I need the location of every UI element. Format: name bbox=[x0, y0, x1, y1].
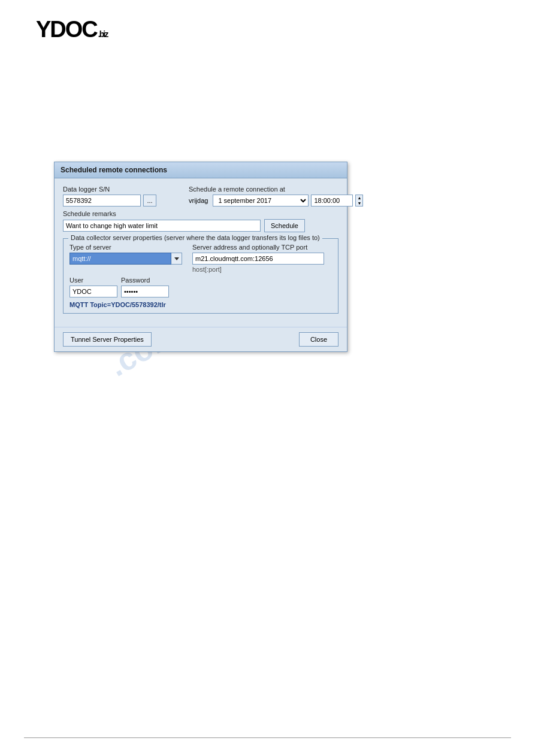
dialog-titlebar: Scheduled remote connections bbox=[55, 162, 347, 178]
scheduled-remote-connections-dialog: Scheduled remote connections Data logger… bbox=[54, 162, 347, 352]
spinner-up-button[interactable]: ▲ bbox=[356, 195, 362, 201]
schedule-section: Schedule a remote connection at vrijdag … bbox=[189, 186, 363, 207]
spinner-down-button[interactable]: ▼ bbox=[356, 201, 362, 206]
addr-label: Server address and optionally TCP port bbox=[192, 244, 332, 251]
top-section: Data logger S/N ... Schedule a remote co… bbox=[63, 186, 338, 207]
server-cols: Type of server Server address and option… bbox=[69, 244, 332, 273]
type-input[interactable] bbox=[69, 253, 171, 265]
server-addr-input[interactable] bbox=[192, 253, 324, 265]
dialog-body: Data logger S/N ... Schedule a remote co… bbox=[55, 178, 347, 327]
server-addr-section: Server address and optionally TCP port h… bbox=[192, 244, 332, 273]
user-input[interactable] bbox=[69, 286, 117, 297]
remarks-section: Schedule remarks Schedule bbox=[63, 210, 338, 232]
dialog-footer: Tunnel Server Properties Close bbox=[55, 327, 347, 351]
user-field-group: User bbox=[69, 277, 117, 297]
schedule-at-label: Schedule a remote connection at bbox=[189, 186, 363, 193]
schedule-button[interactable]: Schedule bbox=[264, 219, 305, 232]
pass-input[interactable] bbox=[121, 286, 169, 297]
time-input[interactable] bbox=[311, 195, 353, 207]
close-button[interactable]: Close bbox=[299, 332, 338, 347]
sn-section: Data logger S/N ... bbox=[63, 186, 183, 207]
dialog-wrapper: Scheduled remote connections Data logger… bbox=[54, 162, 347, 352]
day-value: vrijdag bbox=[189, 197, 208, 204]
user-label: User bbox=[69, 277, 117, 284]
remarks-input[interactable] bbox=[63, 220, 261, 232]
schedule-row: vrijdag 1 september 2017 ▲ ▼ bbox=[189, 195, 363, 207]
dropdown-arrow-icon bbox=[174, 257, 179, 260]
type-dropdown-button[interactable] bbox=[171, 253, 182, 265]
type-select-container bbox=[69, 253, 186, 265]
addr-hint: host[:port] bbox=[192, 266, 332, 273]
remarks-input-row: Schedule bbox=[63, 219, 338, 232]
logo: YDOC.biz bbox=[36, 18, 107, 41]
server-properties-group: Data collector server properties (server… bbox=[63, 238, 338, 314]
dialog-title: Scheduled remote connections bbox=[61, 166, 167, 174]
logo-letters: YDOC bbox=[36, 18, 97, 41]
browse-button[interactable]: ... bbox=[143, 195, 156, 207]
pass-field-group: Password bbox=[121, 277, 169, 297]
group-title: Data collector server properties (server… bbox=[68, 234, 322, 241]
bottom-divider bbox=[24, 737, 511, 738]
sn-label: Data logger S/N bbox=[63, 186, 183, 193]
server-type-section: Type of server bbox=[69, 244, 186, 273]
mqtt-topic: MQTT Topic=YDOC/5578392/tlr bbox=[69, 301, 332, 308]
type-label: Type of server bbox=[69, 244, 186, 251]
pass-label: Password bbox=[121, 277, 169, 284]
logo-biz: .biz bbox=[98, 30, 107, 38]
date-select[interactable]: 1 september 2017 bbox=[213, 195, 309, 207]
sn-input[interactable] bbox=[63, 195, 141, 207]
user-pass-section: User Password bbox=[69, 277, 332, 297]
time-spinner[interactable]: ▲ ▼ bbox=[355, 195, 363, 207]
sn-input-row: ... bbox=[63, 195, 183, 207]
tunnel-server-button[interactable]: Tunnel Server Properties bbox=[63, 332, 152, 347]
remarks-label: Schedule remarks bbox=[63, 210, 338, 217]
